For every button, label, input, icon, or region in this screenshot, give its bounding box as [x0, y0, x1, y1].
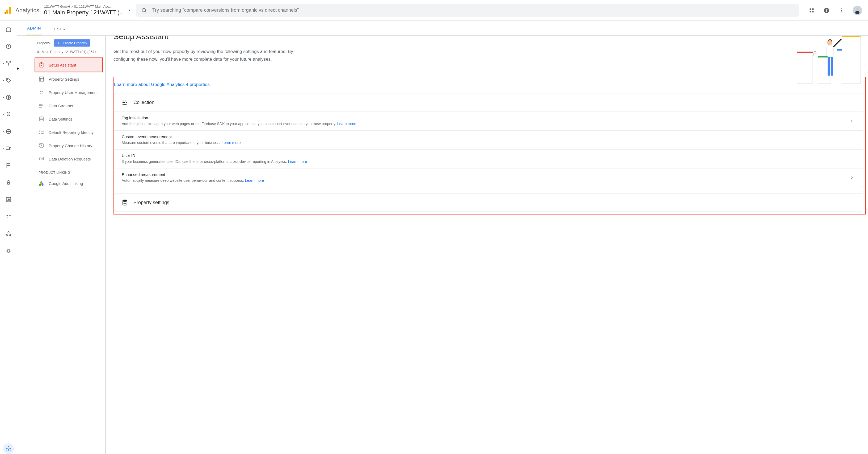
nav-item-label: Property User Management	[49, 90, 97, 95]
nav-item-label: Default Reporting Identity	[49, 130, 94, 135]
section-product-linking: PRODUCT LINKING	[35, 166, 102, 177]
learn-more-link[interactable]: Learn more	[245, 178, 264, 182]
nav-data-streams[interactable]: Data Streams	[35, 99, 102, 112]
rail-gear-icon[interactable]	[3, 443, 14, 454]
nav-property-settings[interactable]: Property Settings	[35, 73, 102, 86]
collapse-property-nav-button[interactable]	[17, 63, 23, 74]
create-property-button[interactable]: Create Property	[54, 39, 90, 47]
nav-data-settings[interactable]: Data Settings	[35, 112, 102, 125]
help-icon[interactable]: ?	[823, 7, 830, 14]
rail-person-list-icon[interactable]	[3, 211, 14, 222]
highlight-frame: Learn more about Google Analytics 4 prop…	[114, 77, 866, 215]
svg-rect-47	[41, 131, 43, 132]
card-title: Collection	[133, 100, 154, 105]
property-header-label: Property	[37, 41, 50, 45]
svg-rect-63	[123, 101, 124, 102]
row-enhanced-measurement[interactable]: Enhanced measurement Automatically measu…	[114, 168, 863, 187]
row-title: User ID	[122, 153, 856, 158]
rail-path-icon[interactable]: ▸	[3, 58, 14, 69]
property-nav: Property Create Property 01 Main Propert…	[32, 36, 106, 454]
nav-data-deletion[interactable]: Dd Data Deletion Requests	[35, 152, 102, 166]
chevron-right-icon	[848, 119, 856, 123]
svg-rect-56	[837, 49, 842, 51]
history-icon	[38, 143, 44, 148]
rail-bug-icon[interactable]	[3, 245, 14, 256]
svg-rect-61	[813, 53, 817, 56]
avatar[interactable]	[852, 6, 862, 15]
search-input[interactable]	[152, 7, 794, 13]
nav-item-label: Property Settings	[49, 77, 79, 81]
learn-more-link[interactable]: Learn more	[337, 122, 356, 126]
chevron-right-icon	[848, 176, 856, 180]
svg-rect-26	[9, 147, 11, 150]
property-picker[interactable]: 121WATT GmbH > 01 121WATT Main Acc… 01 M…	[44, 4, 131, 16]
tab-admin[interactable]: ADMIN	[26, 26, 42, 35]
nav-user-management[interactable]: Property User Management	[35, 86, 102, 99]
breadcrumb: 121WATT GmbH > 01 121WATT Main Acc…	[44, 4, 124, 9]
card-title: Property settings	[133, 200, 169, 205]
back-arrow-icon	[17, 65, 20, 71]
rail-flag-icon[interactable]	[3, 160, 14, 171]
rail-shapes-icon[interactable]	[3, 228, 14, 239]
svg-text:?: ?	[826, 8, 828, 12]
nav-item-label: Data Streams	[49, 104, 73, 108]
dd-icon: Dd	[38, 156, 44, 162]
rail-devices-icon[interactable]: ▸	[3, 143, 14, 154]
learn-more-ga4-link[interactable]: Learn more about Google Analytics 4 prop…	[114, 82, 210, 87]
svg-rect-48	[41, 133, 43, 134]
nav-change-history[interactable]: Property Change History	[35, 139, 102, 152]
rail-touch-icon[interactable]	[3, 177, 14, 188]
create-property-label: Create Property	[63, 41, 87, 45]
page-title: Setup Assistant	[114, 36, 792, 43]
row-desc: Automatically measure deep website user …	[122, 178, 844, 183]
svg-rect-50	[797, 52, 813, 84]
svg-rect-29	[9, 215, 11, 216]
nav-reporting-identity[interactable]: Default Reporting Identity	[35, 125, 102, 139]
svg-rect-43	[41, 104, 42, 105]
people-icon	[38, 89, 44, 95]
learn-more-link[interactable]: Learn more	[222, 141, 241, 145]
row-desc: Add the global site tag to your web page…	[122, 121, 844, 127]
svg-point-49	[39, 184, 41, 186]
svg-rect-32	[9, 234, 10, 236]
svg-rect-42	[39, 107, 42, 108]
nav-item-label: Property Change History	[49, 143, 92, 148]
brand-word: Analytics	[16, 7, 39, 14]
more-vert-icon[interactable]	[838, 7, 845, 14]
svg-rect-45	[39, 131, 40, 132]
search-bar[interactable]	[136, 4, 799, 17]
row-tag-installation[interactable]: Tag installation Add the global site tag…	[114, 112, 863, 131]
nav-item-label: Setup Assistant	[49, 63, 76, 67]
rail-tag-icon[interactable]: ▸	[3, 75, 14, 86]
nav-item-label: Data Settings	[49, 117, 72, 121]
svg-point-69	[123, 200, 127, 201]
admin-user-tabs: ADMIN USER	[17, 21, 868, 36]
row-custom-event[interactable]: Custom event measurement Measure custom …	[114, 131, 863, 149]
row-user-id[interactable]: User ID If your business generates user …	[114, 149, 863, 168]
rail-barchart-icon[interactable]	[3, 194, 14, 205]
svg-rect-5	[810, 8, 811, 10]
rail-magnet-icon[interactable]: ▸	[3, 109, 14, 120]
brand-block: Analytics	[4, 6, 39, 15]
svg-point-20	[8, 64, 9, 65]
rail-money-icon[interactable]: ▸ $	[3, 92, 14, 103]
hero-illustration	[797, 36, 866, 86]
svg-rect-58	[827, 45, 833, 57]
property-name: 01 Main Property 121WATT (…	[44, 9, 125, 16]
tab-user[interactable]: USER	[53, 27, 67, 35]
svg-rect-1	[6, 9, 8, 14]
svg-rect-41	[39, 105, 43, 106]
nav-setup-assistant[interactable]: Setup Assistant	[35, 58, 102, 72]
database-icon	[122, 199, 128, 206]
svg-rect-54	[842, 36, 861, 84]
rail-clock-icon[interactable]	[3, 41, 14, 52]
apps-grid-icon[interactable]	[808, 7, 815, 14]
rail-home-icon[interactable]	[3, 24, 14, 35]
rail-globe-icon[interactable]: ▸	[3, 126, 14, 137]
learn-more-link[interactable]: Learn more	[288, 160, 307, 164]
svg-rect-68	[124, 104, 126, 105]
database-icon	[38, 116, 44, 122]
nav-google-ads-linking[interactable]: Google Ads Linking	[35, 177, 102, 190]
svg-rect-55	[842, 36, 861, 37]
svg-rect-40	[39, 104, 41, 105]
